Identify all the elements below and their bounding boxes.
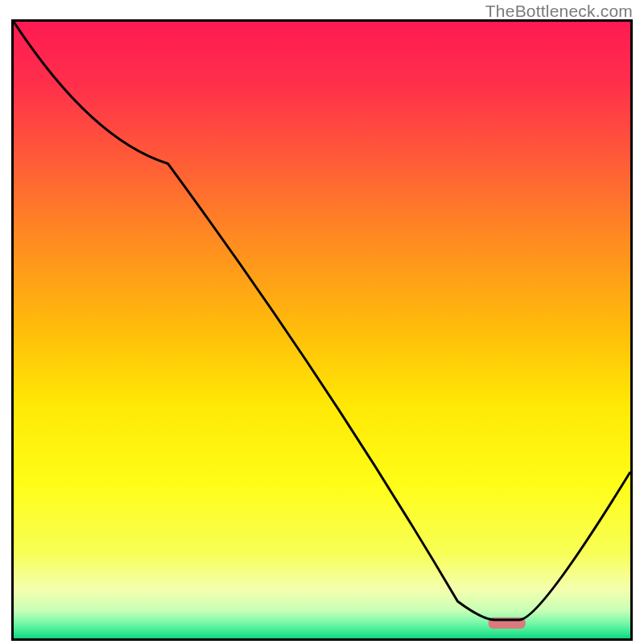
gradient-background	[14, 22, 630, 638]
chart-canvas	[14, 22, 630, 638]
chart-frame	[11, 19, 633, 641]
watermark-text: TheBottleneck.com	[485, 2, 633, 21]
